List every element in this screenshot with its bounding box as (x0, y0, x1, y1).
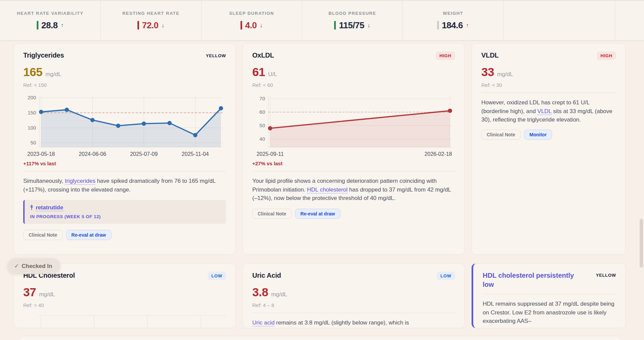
protocol-status: IN PROGRESS (WEEK 5 OF 12) (30, 214, 221, 219)
svg-text:2026-02-18: 2026-02-18 (424, 151, 452, 157)
clinical-note-button[interactable]: Clinical Note (23, 230, 63, 240)
metric-tile-hrv[interactable]: HEART RATE VARIABILITY 28.8 ↑ (0, 1, 101, 40)
trend-up-icon: ↑ (466, 22, 469, 29)
biomarker-unit: mg/dL (271, 291, 287, 298)
protocol-link[interactable]: retatrutide (36, 204, 63, 211)
reference-range: Ref: < 60 (252, 82, 455, 88)
divider (23, 171, 226, 171)
status-badge: YELLOW (202, 52, 226, 60)
insight-text: HDL remains suppressed at 37 mg/dL despi… (483, 300, 616, 326)
biomarker-value: 37 (23, 285, 36, 299)
vitals-metrics-bar: HEART RATE VARIABILITY 28.8 ↑ RESTING HE… (0, 0, 644, 41)
clinical-note-button[interactable]: Clinical Note (481, 130, 521, 140)
metric-status-bar (334, 21, 336, 30)
biomarker-unit: U/L (268, 71, 277, 78)
insight-text: However, oxidized LDL has crept to 61 U/… (481, 98, 616, 124)
divider (252, 313, 455, 313)
metric-value: 28.8 (41, 20, 58, 31)
status-badge: HIGH (436, 52, 455, 60)
trend-down-icon: ↓ (367, 22, 371, 29)
protocol-callout: retatrutide IN PROGRESS (WEEK 5 OF 12) (23, 200, 226, 224)
oxldl-trend-chart: 405060702025-09-112026-02-18 (252, 93, 455, 159)
biomarker-unit: mg/dL (39, 291, 55, 298)
status-badge: HIGH (597, 52, 616, 60)
divider (252, 171, 455, 171)
svg-text:2025-11-04: 2025-11-04 (182, 151, 209, 157)
status-badge: LOW (208, 272, 226, 280)
svg-text:150: 150 (28, 110, 36, 115)
card-title: Uric Acid (252, 272, 281, 279)
card-oxldl: OxLDL HIGH 61 U/L Ref: < 60 405060702025… (243, 43, 465, 255)
card-alert-hdl-low: HDL cholesterol persistently low YELLOW … (472, 263, 626, 328)
svg-text:100: 100 (28, 125, 36, 131)
term-link[interactable]: triglycerides (65, 178, 95, 185)
divider (481, 93, 616, 93)
clinical-note-button[interactable]: Clinical Note (252, 209, 292, 219)
svg-text:70: 70 (259, 96, 265, 101)
biomarker-value: 3.8 (252, 285, 268, 299)
term-link[interactable]: VLDL (537, 108, 551, 115)
card-title: OxLDL (252, 52, 274, 59)
metrics-bar-spacer (615, 1, 644, 40)
biomarker-value: 61 (252, 65, 265, 79)
checked-in-toast[interactable]: ✓ Checked In (7, 258, 60, 274)
reference-range: Ref: < 150 (23, 82, 226, 88)
card-title: VLDL (481, 52, 498, 59)
svg-text:50: 50 (259, 123, 265, 128)
metric-tile-resting-hr[interactable]: RESTING HEART RATE 72.0 ↓ (101, 1, 201, 40)
metric-status-bar (437, 21, 439, 30)
scrollbar-thumb[interactable] (640, 219, 643, 268)
svg-text:40: 40 (259, 136, 265, 142)
card-triglycerides: Triglycerides YELLOW 165 mg/dL Ref: < 15… (13, 43, 236, 255)
metric-tile-sleep[interactable]: SLEEP DURATION 4.0 ↓ (201, 1, 302, 40)
metric-value: 115/75 (339, 20, 364, 31)
reference-range: Ref: > 40 (23, 302, 226, 308)
re-eval-button[interactable]: Re-eval at draw (66, 230, 111, 240)
insight-text: Uric acid remains at 3.8 mg/dL (slightly… (252, 318, 455, 327)
biomarker-unit: mg/dL (497, 71, 513, 78)
svg-text:60: 60 (259, 109, 265, 115)
reference-range: Ref: 4 – 8 (252, 302, 455, 308)
svg-text:200: 200 (28, 95, 36, 100)
checked-in-label: Checked In (22, 263, 52, 270)
insight-text: Your lipid profile shows a concerning de… (252, 177, 455, 203)
metric-label: BLOOD PRESSURE (328, 11, 376, 16)
trend-up-icon: ↑ (61, 22, 64, 29)
metric-value: 72.0 (142, 20, 159, 31)
metric-value: 4.0 (245, 20, 257, 31)
status-badge: LOW (437, 272, 455, 280)
svg-text:2025-09-11: 2025-09-11 (257, 151, 284, 157)
metric-label: WEIGHT (443, 11, 463, 16)
delta-vs-last: +27% vs last (252, 161, 455, 166)
metric-tile-blood-pressure[interactable]: BLOOD PRESSURE 115/75 ↓ (302, 1, 403, 40)
biomarker-value: 33 (481, 65, 494, 79)
trend-down-icon: ↓ (161, 22, 164, 29)
svg-text:50: 50 (30, 140, 36, 145)
svg-text:2025-07-09: 2025-07-09 (130, 151, 158, 157)
svg-text:2024-06-06: 2024-06-06 (79, 151, 106, 157)
metric-tile-weight[interactable]: WEIGHT 184.6 ↑ (403, 1, 504, 40)
card-title: Triglycerides (23, 52, 64, 59)
metric-label: RESTING HEART RATE (122, 11, 179, 16)
metric-label: HEART RATE VARIABILITY (17, 11, 84, 16)
metric-label: SLEEP DURATION (229, 11, 274, 16)
monitor-button[interactable]: Monitor (524, 130, 552, 140)
metric-status-bar (137, 21, 139, 30)
term-link[interactable]: Uric acid (252, 319, 275, 327)
insight-text: Simultaneously, triglycerides have spike… (23, 177, 226, 194)
re-eval-button[interactable]: Re-eval at draw (295, 209, 341, 219)
check-icon: ✓ (14, 263, 19, 270)
biomarker-value: 165 (23, 65, 42, 79)
metric-status-bar (240, 21, 242, 30)
trend-down-icon: ↓ (260, 22, 263, 29)
term-link[interactable]: HDL cholesterol (307, 186, 348, 194)
metric-value: 184.6 (442, 20, 463, 31)
reference-range: Ref: < 30 (481, 82, 616, 88)
biomarker-unit: mg/dL (45, 71, 61, 78)
clipped-trend-chart (39, 315, 226, 328)
metrics-bar-spacer (504, 1, 615, 40)
biomarker-grid: Triglycerides YELLOW 165 mg/dL Ref: < 15… (13, 43, 644, 328)
status-badge: YELLOW (592, 271, 616, 279)
metric-status-bar (37, 21, 38, 30)
syringe-icon (30, 205, 33, 211)
